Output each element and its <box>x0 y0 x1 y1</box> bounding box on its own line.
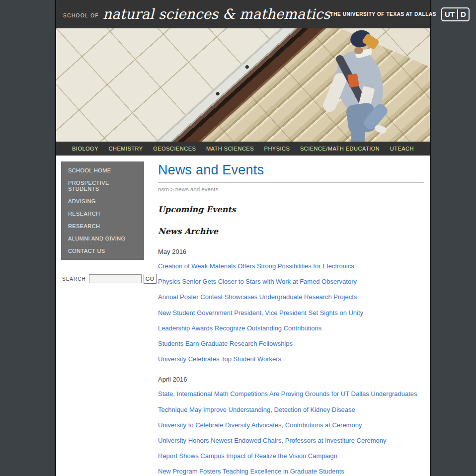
search-label: SEARCH <box>62 276 86 282</box>
news-archive-heading: News Archive <box>158 227 424 236</box>
sidebar-item-prospective-students[interactable]: PROSPECTIVE STUDENTS <box>61 176 144 195</box>
news-link[interactable]: New Program Fosters Teaching Excellence … <box>158 467 424 476</box>
page-container: SCHOOL OF natural sciences & mathematics… <box>55 0 431 476</box>
nav-item-biology[interactable]: BIOLOGY <box>72 146 98 152</box>
news-link[interactable]: University to Celebrate Diversity Advoca… <box>158 421 424 430</box>
sidebar-nav: SCHOOL HOME PROSPECTIVE STUDENTS ADVISIN… <box>61 161 144 260</box>
news-link[interactable]: Annual Poster Contest Showcases Undergra… <box>158 293 424 302</box>
university-name: THE UNIVERSITY OF TEXAS AT DALLAS <box>330 11 437 17</box>
figure-face <box>354 47 363 54</box>
school-of-label: SCHOOL OF <box>63 13 99 18</box>
department-nav: BIOLOGY CHEMISTRY GEOSCIENCES MATH SCIEN… <box>56 142 430 156</box>
sidebar-item-school-home[interactable]: SCHOOL HOME <box>61 164 144 176</box>
news-link[interactable]: New Student Government President, Vice P… <box>158 309 424 317</box>
news-month-links: Creation of Weak Materials Offers Strong… <box>158 262 424 364</box>
sidebar-item-research-2[interactable]: RESEARCH <box>61 220 144 232</box>
nav-item-physics[interactable]: PHYSICS <box>264 146 290 152</box>
breadcrumb-separator: > <box>170 186 174 192</box>
nav-item-math-sciences[interactable]: MATH SCIENCES <box>206 146 254 152</box>
figure-bag-patch <box>347 73 359 87</box>
title-rule <box>158 182 424 183</box>
news-month-block: April 2016 State, International Math Com… <box>158 376 424 476</box>
nav-item-geosciences[interactable]: GEOSCIENCES <box>153 146 196 152</box>
news-month-links: State, International Math Competitions A… <box>158 390 424 476</box>
page-title: News and Events <box>158 162 424 178</box>
utd-logo-d: D <box>458 9 469 19</box>
search-go-button[interactable]: GO <box>144 274 157 284</box>
news-link[interactable]: Technique May Improve Understanding, Det… <box>158 405 424 414</box>
railing-post <box>244 65 249 70</box>
content-area: SCHOOL HOME PROSPECTIVE STUDENTS ADVISIN… <box>56 156 430 476</box>
railing-post <box>215 91 220 96</box>
breadcrumb-home[interactable]: nsm <box>158 186 169 192</box>
breadcrumb: nsm > news and events <box>158 186 424 192</box>
utd-logo-icon[interactable]: UT D <box>441 7 470 21</box>
news-link[interactable]: Students Earn Graduate Research Fellowsh… <box>158 339 424 348</box>
school-name[interactable]: natural sciences & mathematics <box>103 6 330 22</box>
utd-logo-ut: UT <box>442 9 457 19</box>
news-link[interactable]: Physics Senior Gets Closer to Stars with… <box>158 277 424 286</box>
main-column: News and Events nsm > news and events Up… <box>158 156 430 476</box>
sidebar-column: SCHOOL HOME PROSPECTIVE STUDENTS ADVISIN… <box>56 156 158 476</box>
search-input[interactable] <box>89 274 142 283</box>
news-link[interactable]: Creation of Weak Materials Offers Strong… <box>158 262 424 271</box>
sidebar-item-research[interactable]: RESEARCH <box>61 207 144 220</box>
news-link[interactable]: State, International Math Competitions A… <box>158 390 424 398</box>
nav-item-science-math-education[interactable]: SCIENCE/MATH EDUCATION <box>300 146 380 152</box>
news-month-block: May 2016 Creation of Weak Materials Offe… <box>158 248 424 364</box>
news-link[interactable]: Report Shows Campus Impact of Realize th… <box>158 452 424 461</box>
news-link[interactable]: University Celebrates Top Student Worker… <box>158 355 424 364</box>
news-month-label: April 2016 <box>158 376 424 383</box>
site-header: SCHOOL OF natural sciences & mathematics… <box>56 0 430 28</box>
news-link[interactable]: University Honors Newest Endowed Chairs,… <box>158 436 424 445</box>
upcoming-events-heading: Upcoming Events <box>158 205 424 214</box>
sidebar-item-contact-us[interactable]: CONTACT US <box>61 244 144 257</box>
news-archive-list: May 2016 Creation of Weak Materials Offe… <box>158 248 424 476</box>
nav-item-chemistry[interactable]: CHEMISTRY <box>109 146 143 152</box>
sidebar-item-alumni-and-giving[interactable]: ALUMNI AND GIVING <box>61 232 144 244</box>
hero-photo <box>56 28 430 142</box>
sidebar-item-advising[interactable]: ADVISING <box>61 195 144 207</box>
nav-item-uteach[interactable]: UTEACH <box>390 146 414 152</box>
search-bar: SEARCH GO <box>62 274 158 284</box>
breadcrumb-current: news and events <box>175 186 218 192</box>
news-link[interactable]: Leadership Awards Recognize Outstanding … <box>158 324 424 333</box>
news-month-label: May 2016 <box>158 248 424 255</box>
